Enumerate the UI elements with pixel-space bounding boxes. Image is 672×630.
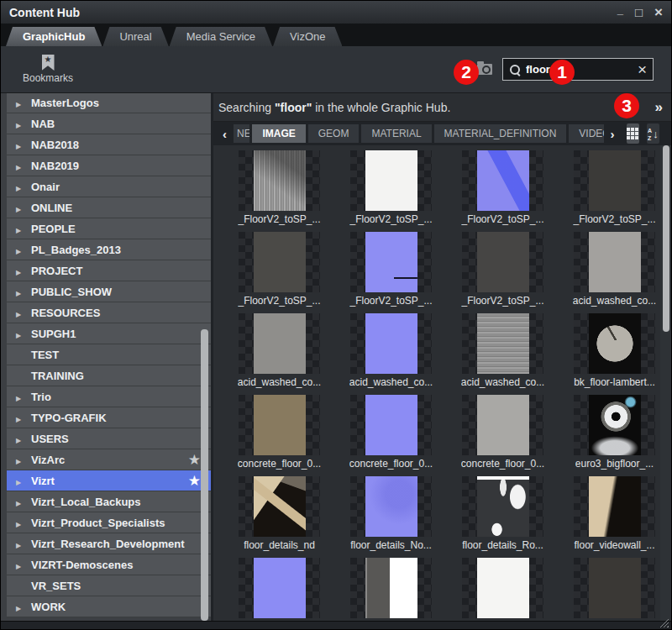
asset-thumbnail[interactable] [574, 150, 655, 211]
asset-item[interactable]: acid_washed_co... [559, 232, 670, 313]
asset-thumbnail[interactable] [239, 232, 320, 292]
asset-item[interactable]: _FloorV2_toSP_... [223, 150, 335, 232]
asset-item[interactable]: floor_videowall_... [559, 476, 670, 558]
sidebar-scrollbar-thumb[interactable] [201, 329, 208, 621]
expand-arrow-icon[interactable] [16, 431, 28, 446]
asset-item[interactable] [223, 558, 335, 622]
expand-arrow-icon[interactable] [16, 263, 28, 278]
type-filter-tab[interactable]: VIDEO_C [569, 124, 603, 143]
asset-item[interactable]: euro3_bigfloor_... [559, 395, 670, 476]
app-tab[interactable]: Media Service [170, 27, 272, 46]
results-scrollbar[interactable] [660, 145, 671, 622]
asset-item[interactable] [447, 558, 559, 622]
folder-tree-item[interactable]: PEOPLE [7, 218, 211, 239]
expand-arrow-icon[interactable] [16, 95, 28, 110]
expand-arrow-icon[interactable] [16, 410, 28, 425]
expand-arrow-icon[interactable] [16, 494, 28, 509]
expand-arrow-icon[interactable] [16, 578, 28, 593]
asset-thumbnail[interactable] [239, 150, 320, 211]
asset-thumbnail[interactable] [462, 395, 543, 455]
asset-thumbnail[interactable] [462, 476, 543, 537]
asset-item[interactable] [335, 558, 447, 622]
favorite-star-icon[interactable] [188, 451, 201, 469]
folder-tree-item[interactable]: USERS [7, 428, 211, 449]
asset-thumbnail[interactable] [462, 150, 543, 211]
asset-thumbnail[interactable] [462, 313, 543, 374]
expand-arrow-icon[interactable] [16, 347, 28, 362]
asset-item[interactable] [559, 558, 670, 622]
asset-thumbnail[interactable] [350, 558, 432, 618]
grid-view-button[interactable] [627, 123, 639, 144]
bookmarks-button[interactable]: Bookmarks [23, 55, 73, 84]
type-tab-clipped-left[interactable]: NE [234, 124, 249, 143]
folder-tree-item[interactable]: ONLINE [7, 197, 211, 218]
asset-item[interactable]: _FloorV2_toSP_... [335, 150, 447, 232]
type-filter-tab[interactable]: GEOM [308, 124, 360, 143]
asset-thumbnail[interactable] [574, 313, 655, 374]
expand-arrow-icon[interactable] [16, 179, 28, 194]
asset-item[interactable]: concrete_floor_0... [223, 395, 335, 476]
folder-tree-item[interactable]: NAB2018 [7, 134, 211, 155]
asset-thumbnail[interactable] [239, 476, 320, 537]
expand-arrow-icon[interactable] [16, 473, 28, 488]
expand-arrow-icon[interactable] [16, 599, 28, 614]
expand-arrow-icon[interactable] [16, 284, 28, 299]
asset-item[interactable]: concrete_floor_0... [335, 395, 447, 476]
asset-thumbnail[interactable] [350, 150, 432, 211]
expand-arrow-icon[interactable] [16, 242, 28, 257]
folder-tree-item[interactable]: Vizrt_Local_Backups [7, 491, 211, 512]
asset-item[interactable]: _FloorV2_toSP_... [447, 150, 559, 232]
expand-arrow-icon[interactable] [16, 116, 28, 131]
folder-tree-item[interactable]: NAB2019 [7, 155, 211, 176]
folder-tree-item[interactable]: TYPO-GRAFIK [7, 407, 211, 428]
asset-thumbnail[interactable] [239, 558, 320, 618]
expand-arrow-icon[interactable] [16, 326, 28, 341]
expand-arrow-icon[interactable] [16, 536, 28, 551]
folder-tree-item[interactable]: VIZRT-Demoscenes [7, 554, 211, 575]
folder-tree-item[interactable]: PL_Badges_2013 [7, 239, 211, 260]
expand-arrow-icon[interactable] [16, 557, 28, 572]
folder-tree-item[interactable]: RESOURCES [7, 302, 211, 323]
asset-item[interactable]: acid_washed_co... [223, 313, 335, 395]
asset-thumbnail[interactable] [462, 558, 543, 618]
asset-item[interactable]: _FloorV2_toSP_... [559, 150, 670, 232]
app-tab[interactable]: VizOne [273, 27, 342, 46]
asset-thumbnail[interactable] [574, 558, 655, 618]
folder-tree-item[interactable]: PUBLIC_SHOW [7, 281, 211, 302]
asset-item[interactable]: _FloorV2_toSP_... [447, 232, 559, 313]
maximize-icon[interactable] [635, 6, 643, 18]
asset-thumbnail[interactable] [239, 395, 320, 455]
folder-tree-item[interactable]: TEST [7, 344, 211, 365]
folder-tree-item[interactable]: Vizrt_Product_Specialists [7, 512, 211, 533]
asset-item[interactable]: _FloorV2_toSP_... [223, 232, 335, 313]
close-icon[interactable] [654, 5, 663, 19]
asset-thumbnail[interactable] [462, 232, 543, 292]
folder-search-icon[interactable] [477, 64, 492, 75]
expand-arrow-icon[interactable] [16, 389, 28, 404]
folder-tree-item[interactable]: WORK [7, 596, 211, 617]
asset-item[interactable]: floor_details_Ro... [447, 476, 559, 558]
asset-item[interactable]: floor_details_nd [223, 476, 335, 558]
expand-arrow-icon[interactable] [16, 305, 28, 320]
asset-item[interactable]: acid_washed_co... [447, 313, 559, 395]
asset-thumbnail[interactable] [350, 313, 432, 374]
scroll-tabs-left-icon[interactable] [218, 128, 231, 140]
clear-search-icon[interactable] [638, 61, 647, 78]
expand-panel-icon[interactable] [655, 99, 663, 116]
asset-thumbnail[interactable] [350, 476, 432, 537]
expand-arrow-icon[interactable] [16, 137, 28, 152]
asset-thumbnail[interactable] [350, 232, 432, 292]
asset-thumbnail[interactable] [574, 476, 655, 537]
expand-arrow-icon[interactable] [16, 452, 28, 467]
asset-item[interactable]: bk_floor-lambert... [559, 313, 670, 395]
folder-tree-item[interactable]: SUPGH1 [7, 323, 211, 344]
folder-tree-item[interactable]: VizArc [7, 449, 211, 470]
favorite-star-icon[interactable] [188, 472, 201, 490]
asset-item[interactable]: concrete_floor_0... [447, 395, 559, 476]
folder-tree-item[interactable]: Vizrt_Research_Development [7, 533, 211, 554]
folder-tree-item[interactable]: PROJECT [7, 260, 211, 281]
expand-arrow-icon[interactable] [16, 200, 28, 215]
expand-arrow-icon[interactable] [16, 368, 28, 383]
folder-tree-item[interactable]: VR_SETS [7, 575, 211, 596]
type-filter-tab[interactable]: MATERIAL_DEFINITION [434, 124, 567, 143]
